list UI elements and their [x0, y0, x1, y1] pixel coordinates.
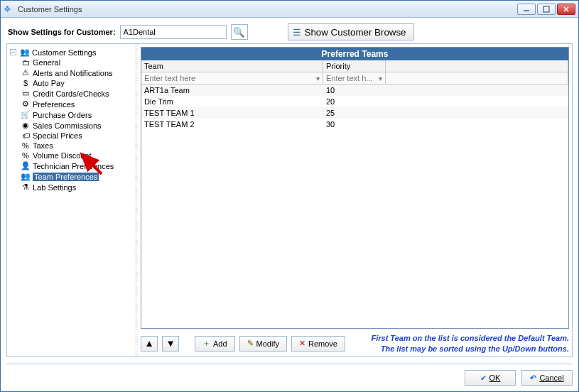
tag-icon: 🏷 — [21, 131, 31, 140]
down-icon: ▼ — [166, 338, 175, 349]
minimize-button[interactable] — [517, 4, 536, 15]
flask-icon: ⚗ — [21, 183, 31, 192]
list-icon: ☰ — [293, 27, 301, 38]
table-row[interactable]: Die Trim20 — [141, 96, 568, 107]
sidebar-item-purchase-orders[interactable]: 🛒Purchase Orders — [18, 109, 134, 120]
sidebar-item-label: Volume Discount — [33, 151, 92, 160]
sidebar-item-general[interactable]: 🗀General — [18, 58, 134, 67]
move-down-button[interactable]: ▼ — [162, 336, 179, 352]
add-icon: ＋ — [202, 338, 210, 349]
sidebar-item-label: Lab Settings — [33, 183, 76, 192]
cell-team: ART1a Team — [141, 85, 323, 95]
person-icon: 👤 — [21, 161, 31, 170]
content-panel: Preferred Teams Team Priority ▾ ▾ ART1a … — [138, 44, 572, 356]
sidebar-item-credit-cards-echecks[interactable]: ▭Credit Cards/eChecks — [18, 88, 134, 99]
team-icon: 👥 — [20, 48, 30, 57]
customer-toolbar: Show Settings for Customer: 🔍 ☰ Show Cus… — [1, 18, 578, 46]
expander-icon[interactable]: − — [10, 49, 16, 55]
remove-button[interactable]: ✕ Remove — [291, 336, 345, 352]
hint-text: First Team on the list is considered the… — [350, 333, 569, 354]
funnel-icon[interactable]: ▾ — [313, 75, 323, 82]
main-panel: − 👥 Customer Settings 🗀General⚠Alerts an… — [6, 43, 573, 357]
sidebar-item-alerts-and-notifications[interactable]: ⚠Alerts and Notifications — [18, 67, 134, 78]
column-header-priority[interactable]: Priority — [323, 60, 386, 72]
sidebar-item-label: Purchase Orders — [33, 111, 92, 119]
cell-team: TEST TEAM 1 — [141, 108, 323, 118]
grid-header: Team Priority — [141, 60, 568, 72]
sidebar-item-label: Sales Commissions — [33, 121, 102, 130]
sidebar: − 👥 Customer Settings 🗀General⚠Alerts an… — [7, 44, 135, 356]
modify-button[interactable]: ✎ Modify — [239, 336, 287, 352]
add-button[interactable]: ＋ Add — [195, 336, 235, 352]
cart-icon: 🛒 — [21, 110, 31, 119]
folder-icon: 🗀 — [21, 58, 31, 67]
cell-priority: 25 — [323, 108, 386, 118]
filter-team-input[interactable] — [141, 72, 313, 84]
funnel-icon[interactable]: ▾ — [375, 75, 385, 82]
sidebar-item-label: Preferences — [33, 100, 75, 109]
show-customer-browse-button[interactable]: ☰ Show Customer Browse — [288, 23, 414, 40]
maximize-button[interactable] — [537, 4, 556, 15]
sidebar-item-label: Team Preferences — [33, 173, 99, 181]
remove-icon: ✕ — [299, 339, 305, 348]
app-icon: ❖ — [4, 4, 13, 14]
remove-label: Remove — [308, 339, 337, 348]
window-title: Customer Settings — [18, 5, 516, 13]
ok-label: OK — [489, 374, 501, 382]
column-header-team[interactable]: Team — [141, 60, 323, 72]
browse-label: Show Customer Browse — [305, 27, 406, 38]
cell-team: Die Trim — [141, 97, 323, 107]
filter-priority-input[interactable] — [323, 72, 375, 84]
sidebar-item-preferences[interactable]: ⚙Preferences — [18, 99, 134, 109]
search-icon: 🔍 — [233, 27, 245, 38]
cancel-button[interactable]: ↶ Cancel — [521, 370, 573, 386]
grid-filter-row: ▾ ▾ — [141, 72, 568, 85]
percent-icon: % — [21, 151, 31, 160]
modify-icon: ✎ — [247, 339, 254, 348]
money-icon: $ — [21, 79, 31, 87]
table-row[interactable]: ART1a Team10 — [141, 85, 568, 96]
check-icon: ✔ — [480, 374, 487, 383]
sidebar-item-technician-preferences[interactable]: 👤Technician Preferences — [18, 160, 134, 171]
cancel-label: Cancel — [539, 374, 563, 382]
titlebar: ❖ Customer Settings — [1, 1, 578, 18]
column-header-spacer — [386, 60, 568, 72]
grid-body[interactable]: ART1a Team10Die Trim20TEST TEAM 125TEST … — [141, 85, 568, 328]
dialog-footer: ✔ OK ↶ Cancel — [6, 364, 573, 386]
sidebar-item-label: Technician Preferences — [33, 162, 114, 170]
sidebar-item-volume-discount[interactable]: %Volume Discount — [18, 151, 134, 160]
team-icon: 👥 — [21, 172, 31, 181]
add-label: Add — [213, 339, 227, 348]
tree-root[interactable]: − 👥 Customer Settings — [9, 47, 134, 58]
sidebar-item-lab-settings[interactable]: ⚗Lab Settings — [18, 182, 134, 192]
content-toolstrip: ▲ ▼ ＋ Add ✎ Modify ✕ Remove First Team o… — [141, 333, 569, 354]
sidebar-item-taxes[interactable]: %Taxes — [18, 141, 134, 151]
tree-root-label: Customer Settings — [32, 48, 96, 57]
sidebar-item-label: Alerts and Notifications — [33, 69, 113, 77]
table-row[interactable]: TEST TEAM 230 — [141, 119, 568, 130]
sidebar-item-label: Auto Pay — [33, 79, 65, 87]
search-button[interactable]: 🔍 — [231, 24, 248, 40]
sidebar-item-label: Credit Cards/eChecks — [33, 89, 109, 98]
move-up-button[interactable]: ▲ — [141, 336, 158, 352]
cell-priority: 30 — [323, 119, 386, 129]
sidebar-item-label: Special Prices — [33, 131, 82, 140]
coins-icon: ◉ — [21, 121, 31, 130]
customer-label: Show Settings for Customer: — [8, 28, 116, 36]
sidebar-item-team-preferences[interactable]: 👥Team Preferences — [18, 171, 134, 182]
sidebar-item-sales-commissions[interactable]: ◉Sales Commissions — [18, 120, 134, 131]
cell-priority: 20 — [323, 97, 386, 107]
sidebar-item-auto-pay[interactable]: $Auto Pay — [18, 78, 134, 88]
svg-rect-1 — [543, 6, 549, 12]
sidebar-item-special-prices[interactable]: 🏷Special Prices — [18, 131, 134, 141]
cell-team: TEST TEAM 2 — [141, 119, 323, 129]
cell-priority: 10 — [323, 85, 386, 95]
close-button[interactable] — [557, 4, 575, 15]
ok-button[interactable]: ✔ OK — [465, 370, 516, 386]
gear-icon: ⚙ — [21, 99, 31, 109]
bell-icon: ⚠ — [21, 68, 31, 77]
customer-input[interactable] — [120, 25, 227, 39]
modify-label: Modify — [256, 339, 279, 348]
percent-icon: % — [21, 141, 31, 150]
table-row[interactable]: TEST TEAM 125 — [141, 107, 568, 119]
